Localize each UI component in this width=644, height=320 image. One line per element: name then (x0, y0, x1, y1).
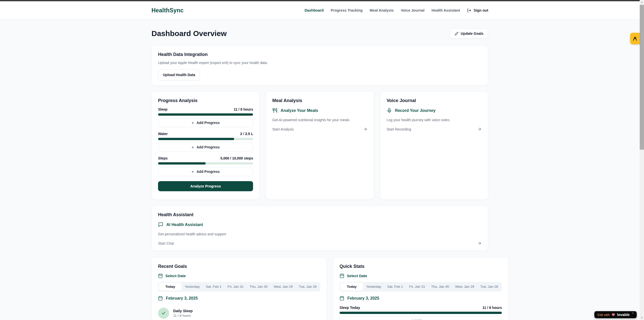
add-progress-steps-button[interactable]: + Add Progress (158, 167, 253, 176)
scrollbar[interactable]: ▲ ▼ (640, 0, 644, 320)
metric-sleep-today: Sleep Today 11 / 8 hours + Add Progress (340, 306, 502, 320)
ai-health-assistant-label: AI Health Assistant (166, 222, 203, 227)
pencil-icon (455, 32, 458, 36)
tab-fri-jan-31[interactable]: Fri, Jan 31 (225, 283, 247, 291)
plus-icon: + (407, 319, 409, 320)
upload-health-data-button[interactable]: Upload Health Data (158, 69, 200, 80)
brand-logo[interactable]: HealthSync (151, 7, 183, 14)
goal-name: Daily Sleep (173, 309, 193, 313)
plus-icon: + (192, 121, 194, 125)
header: HealthSync Dashboard Progress Tracking M… (0, 1, 640, 20)
feedback-side-tab[interactable] (630, 33, 640, 44)
metric-water-value: 2 / 2.5 L (240, 132, 253, 136)
main-nav: Dashboard Progress Tracking Meal Analysi… (304, 8, 488, 13)
tab-tue-jan-28[interactable]: Tue, Jan 28 (296, 283, 320, 291)
microphone-icon (387, 108, 392, 113)
record-your-journey-label: Record Your Journey (395, 108, 436, 113)
calendar-icon (340, 296, 344, 301)
start-recording-action[interactable]: Start Recording (387, 127, 482, 131)
select-date-label: Select Date (165, 274, 186, 278)
goal-value: 11 / 8 hours (173, 314, 193, 317)
meal-analysis-description: Get AI-powered nutritional insights for … (272, 118, 367, 122)
start-analysis-label: Start Analysis (272, 127, 294, 131)
progress-analysis-card: Progress Analysis Sleep 11 / 8 hours + A… (151, 91, 260, 200)
quick-stats-select-date[interactable]: Select Date (340, 273, 502, 278)
analyze-progress-button[interactable]: Analyze Progress (158, 181, 253, 191)
current-date-label: February 3, 2025 (347, 296, 379, 301)
edit-with-label: Edit with (597, 313, 610, 317)
tab-today[interactable]: Today (340, 283, 363, 291)
sign-out-label: Sign out (474, 8, 488, 12)
metric-steps-label: Steps (158, 156, 168, 160)
record-your-journey-link[interactable]: Record Your Journey (387, 108, 482, 113)
add-progress-quick-stats-button[interactable]: + Add Progress (340, 316, 502, 320)
scrollbar-up-arrow[interactable]: ▲ (640, 0, 644, 4)
quick-stats-current-date[interactable]: February 3, 2025 (340, 296, 502, 301)
tab-thu-jan-30[interactable]: Thu, Jan 30 (247, 283, 270, 291)
plus-icon: + (192, 170, 194, 174)
scrollbar-thumb[interactable] (640, 5, 644, 150)
update-goals-button[interactable]: Update Goals (450, 28, 488, 39)
tab-thu-jan-30[interactable]: Thu, Jan 30 (428, 283, 452, 291)
calendar-icon (340, 273, 344, 278)
tab-yesterday[interactable]: Yesterday (182, 283, 203, 291)
tab-wed-jan-29[interactable]: Wed, Jan 29 (452, 283, 477, 291)
sign-out-button[interactable]: Sign out (467, 8, 488, 13)
nav-item-health-assistant[interactable]: Health Assistant (432, 8, 460, 12)
goal-item-daily-sleep: Daily Sleep 11 / 8 hours (158, 308, 320, 319)
start-recording-label: Start Recording (387, 127, 411, 131)
tab-yesterday[interactable]: Yesterday (363, 283, 384, 291)
calendar-icon (158, 296, 163, 301)
meal-analysis-title: Meal Analysis (272, 98, 367, 103)
tab-today[interactable]: Today (159, 283, 182, 291)
page-title: Dashboard Overview (151, 29, 227, 38)
quick-stats-title: Quick Stats (340, 264, 502, 269)
voice-journal-title: Voice Journal (387, 98, 482, 103)
add-progress-label: Add Progress (197, 121, 220, 125)
select-date-label: Select Date (347, 274, 367, 278)
recent-goals-title: Recent Goals (158, 264, 320, 269)
recent-goals-date-tabs: Today Yesterday Sat, Feb 1 Fri, Jan 31 T… (158, 282, 320, 292)
nav-item-dashboard[interactable]: Dashboard (304, 8, 324, 12)
voice-journal-card: Voice Journal Record Your Journey Log yo… (380, 91, 488, 200)
add-progress-label: Add Progress (197, 170, 220, 174)
nav-item-progress-tracking[interactable]: Progress Tracking (331, 8, 363, 12)
metric-steps: Steps 5,000 / 10,000 steps + Add Progres… (158, 156, 253, 176)
recent-goals-current-date[interactable]: February 3, 2025 (158, 296, 320, 301)
utensils-icon (272, 108, 278, 113)
nav-item-meal-analysis[interactable]: Meal Analysis (370, 8, 394, 12)
add-progress-label: Add Progress (412, 319, 435, 320)
steps-progress-bar (158, 162, 253, 165)
health-assistant-description: Get personalized health advice and suppo… (158, 232, 482, 236)
start-analysis-action[interactable]: Start Analysis (272, 127, 367, 131)
analyze-your-meals-link[interactable]: Analyze Your Meals (272, 108, 367, 113)
scrollbar-down-arrow[interactable]: ▼ (640, 316, 644, 320)
ai-health-assistant-link[interactable]: AI Health Assistant (158, 222, 482, 227)
analyze-your-meals-label: Analyze Your Meals (281, 108, 318, 113)
heart-gradient-icon (611, 313, 615, 316)
edit-with-lovable-badge[interactable]: Edit with lovable × (594, 311, 637, 318)
tab-sat-feb-1[interactable]: Sat, Feb 1 (203, 283, 224, 291)
voice-journal-description: Log your health journey with voice notes (387, 118, 482, 122)
recent-goals-card: Recent Goals Select Date Today Yesterday… (151, 257, 327, 320)
nav-item-voice-journal[interactable]: Voice Journal (401, 8, 424, 12)
start-chat-label: Start Chat (158, 241, 174, 245)
quick-stats-card: Quick Stats Select Date Today Yesterday … (333, 257, 508, 320)
arrow-right-icon (363, 127, 367, 131)
tab-wed-jan-29[interactable]: Wed, Jan 29 (271, 283, 296, 291)
add-progress-sleep-button[interactable]: + Add Progress (158, 118, 253, 127)
tab-tue-jan-28[interactable]: Tue, Jan 28 (477, 283, 501, 291)
metric-steps-value: 5,000 / 10,000 steps (220, 156, 253, 160)
plus-icon: + (192, 145, 194, 149)
health-data-integration-card: Health Data Integration Upload your Appl… (151, 45, 488, 86)
start-chat-action[interactable]: Start Chat (158, 241, 482, 245)
quick-stats-date-tabs: Today Yesterday Sat, Feb 1 Fri, Jan 31 T… (340, 282, 502, 292)
recent-goals-select-date[interactable]: Select Date (158, 273, 320, 278)
update-goals-label: Update Goals (461, 31, 483, 36)
tab-sat-feb-1[interactable]: Sat, Feb 1 (384, 283, 406, 291)
tab-fri-jan-31[interactable]: Fri, Jan 31 (406, 283, 428, 291)
close-icon[interactable]: × (632, 311, 634, 315)
metric-sleep-label: Sleep (158, 107, 167, 111)
add-progress-water-button[interactable]: + Add Progress (158, 143, 253, 152)
lovable-label: lovable (617, 313, 630, 317)
